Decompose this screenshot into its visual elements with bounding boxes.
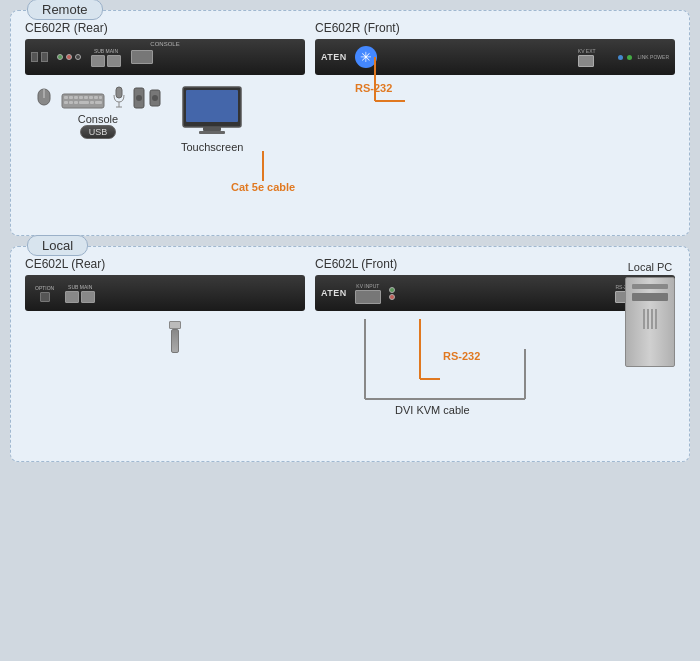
remote-rs232-label: RS-232 [355, 82, 392, 94]
local-rj45-label: SUB MAIN [68, 284, 92, 290]
link-label: LINK POWER [638, 54, 669, 60]
svg-rect-7 [84, 96, 88, 99]
link-led [618, 55, 623, 60]
local-section: Local CE602L (Rear) OPTION SUB MAIN [10, 246, 690, 462]
console-icon-row [35, 85, 161, 109]
remote-rear-title: CE602R (Rear) [25, 21, 305, 35]
local-audio-pink [389, 294, 395, 300]
pc-drive-2 [632, 293, 668, 301]
vga-port-front [578, 55, 594, 67]
local-pc-label: Local PC [628, 261, 673, 273]
svg-rect-12 [69, 101, 73, 104]
rs232-label-local: RS-232 [443, 349, 480, 363]
svg-rect-14 [79, 101, 89, 104]
svg-rect-26 [203, 127, 221, 131]
svg-rect-4 [69, 96, 73, 99]
monitor-icon [181, 85, 243, 137]
dvi-input-label: KV INPUT [356, 283, 379, 289]
svg-rect-25 [186, 90, 238, 122]
below-bar-remote: Console USB Touchscreen [25, 85, 305, 153]
usb-badge: USB [80, 125, 117, 139]
remote-front-bar: ATEN ✳ KV EXT [315, 39, 675, 75]
remote-rear-bar: CONSOLE SUB MAIN [25, 39, 305, 75]
local-inner: CE602L (Rear) OPTION SUB MAIN [25, 257, 675, 447]
remote-right-panel: CE602R (Front) ATEN ✳ KV EXT [315, 21, 675, 221]
audio-port-green [57, 54, 63, 60]
svg-rect-10 [99, 96, 102, 99]
svg-rect-11 [64, 101, 68, 104]
svg-rect-6 [79, 96, 83, 99]
svg-rect-5 [74, 96, 78, 99]
pc-vent-line-4 [655, 309, 657, 329]
local-rear-bar: OPTION SUB MAIN [25, 275, 305, 311]
dvi-kvm-label-local: DVI KVM cable [395, 403, 470, 417]
svg-rect-8 [89, 96, 93, 99]
console-label: Console [78, 113, 118, 125]
mic-icon [113, 85, 125, 109]
svg-rect-15 [90, 101, 94, 104]
aten-logo-local: ATEN [321, 288, 347, 298]
front-star-button[interactable]: ✳ [355, 46, 377, 68]
pc-drive-1 [632, 284, 668, 289]
svg-rect-17 [116, 87, 122, 98]
console-bar-label: CONSOLE [150, 41, 179, 47]
usb-dongle [171, 329, 179, 353]
local-dvi-port [355, 290, 381, 304]
speakers-icon [133, 87, 161, 109]
cat5e-line-top [262, 151, 264, 181]
local-pc-area: Local PC [625, 257, 675, 367]
pc-vent-line-2 [647, 309, 649, 329]
local-cable-svg [315, 319, 675, 439]
pc-vent [643, 309, 657, 329]
cat5e-area: Cat 5e cable [231, 151, 295, 193]
pc-tower [625, 277, 675, 367]
usb-plug [169, 321, 181, 329]
cat5e-label-text: Cat 5e cable [231, 181, 295, 193]
local-right-panel: CE602L (Front) ATEN KV INPUT [315, 257, 675, 447]
audio-port-black [75, 54, 81, 60]
audio-port-pink [66, 54, 72, 60]
usb-port-2 [41, 52, 48, 62]
local-rj45-sub [65, 291, 79, 303]
dvi-port [131, 50, 153, 64]
local-label: Local [27, 235, 88, 256]
option-port [40, 292, 50, 302]
svg-rect-16 [95, 101, 102, 104]
usb-port-1 [31, 52, 38, 62]
local-audio-green [389, 287, 395, 293]
svg-point-23 [152, 95, 158, 101]
usb-dongle-area [45, 321, 305, 353]
rj45-port-main [107, 55, 121, 67]
power-led [627, 55, 632, 60]
svg-point-21 [136, 95, 142, 101]
local-rj45-main [81, 291, 95, 303]
main-container: Remote CE602R (Rear) CONSOLE [10, 10, 690, 462]
remote-section: Remote CE602R (Rear) CONSOLE [10, 10, 690, 236]
local-cables-area: RS-232 DVI KVM cable [315, 319, 675, 439]
aten-logo-remote: ATEN [321, 52, 347, 62]
local-left-panel: CE602L (Rear) OPTION SUB MAIN [25, 257, 305, 447]
svg-rect-13 [74, 101, 78, 104]
local-front-title: CE602L (Front) [315, 257, 675, 271]
remote-label: Remote [27, 0, 103, 20]
mouse-icon [35, 85, 53, 109]
remote-front-title: CE602R (Front) [315, 21, 675, 35]
touchscreen-block: Touchscreen [181, 85, 243, 153]
svg-rect-9 [94, 96, 98, 99]
pc-vent-line-1 [643, 309, 645, 329]
local-rear-title: CE602L (Rear) [25, 257, 305, 271]
svg-rect-3 [64, 96, 68, 99]
option-label: OPTION [35, 285, 54, 291]
remote-inner: CE602R (Rear) CONSOLE SUB MAIN [25, 21, 675, 221]
local-front-bar: ATEN KV INPUT RS-232 [315, 275, 675, 311]
rj45-label: SUB MAIN [94, 48, 118, 54]
kv-ext-label: KV EXT [578, 48, 596, 54]
console-block: Console USB [35, 85, 161, 153]
svg-rect-27 [199, 131, 225, 134]
rj45-port-sub [91, 55, 105, 67]
keyboard-icon [61, 93, 105, 109]
pc-vent-line-3 [651, 309, 653, 329]
